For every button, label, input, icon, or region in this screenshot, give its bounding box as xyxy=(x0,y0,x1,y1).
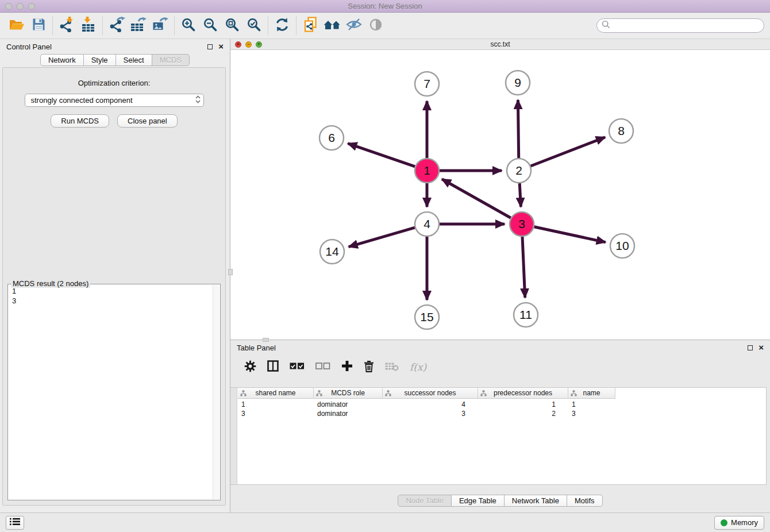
control-tab-style[interactable]: Style xyxy=(84,54,116,66)
close-panel-button[interactable]: Close panel xyxy=(117,114,178,128)
toggle-columns-icon[interactable] xyxy=(267,360,279,374)
refresh-view-button[interactable] xyxy=(271,15,293,37)
table-tab-motifs[interactable]: Motifs xyxy=(567,495,603,507)
export-table-button[interactable] xyxy=(128,15,149,37)
zoom-selected-button[interactable] xyxy=(243,15,265,37)
edge-2-3[interactable] xyxy=(519,183,521,207)
toolbar-separator xyxy=(268,17,268,35)
column-header-successor-nodes[interactable]: successor nodes xyxy=(383,388,478,399)
control-panel-tabs: NetworkStyleSelectMCDS xyxy=(0,54,230,66)
edge-2-8[interactable] xyxy=(531,137,606,166)
window-titlebar: Session: New Session xyxy=(0,0,770,13)
zoom-out-button[interactable] xyxy=(199,15,221,37)
minimize-network-button[interactable]: − xyxy=(245,41,252,48)
control-tab-select[interactable]: Select xyxy=(116,54,152,66)
mcds-result-text[interactable]: 1 3 xyxy=(9,286,211,499)
show-all-button[interactable] xyxy=(365,15,387,37)
import-network-button[interactable] xyxy=(56,15,78,37)
memory-button[interactable]: Memory xyxy=(714,516,764,530)
minimize-window-button[interactable] xyxy=(17,3,24,10)
delete-rows-icon[interactable] xyxy=(364,360,374,375)
node-1[interactable]: 1 xyxy=(415,159,439,183)
save-session-button[interactable] xyxy=(28,15,49,37)
edge-3-11[interactable] xyxy=(522,237,525,298)
first-neighbors-button[interactable] xyxy=(321,15,343,37)
open-session-button[interactable] xyxy=(6,15,28,37)
node-6[interactable]: 6 xyxy=(319,126,344,150)
task-history-button[interactable] xyxy=(6,516,24,530)
table-row[interactable]: 1dominator411 xyxy=(238,400,615,409)
node-11[interactable]: 11 xyxy=(514,303,538,327)
node-8[interactable]: 8 xyxy=(609,119,633,143)
column-header-MCDS-role[interactable]: MCDS role xyxy=(314,388,383,399)
table-tab-node-table[interactable]: Node Table xyxy=(398,495,452,507)
node-3[interactable]: 3 xyxy=(510,212,534,236)
edge-4-14[interactable] xyxy=(349,228,415,247)
node-7[interactable]: 7 xyxy=(415,72,439,96)
column-header-predecessor-nodes[interactable]: predecessor nodes xyxy=(478,388,568,399)
open-folder-icon xyxy=(9,18,25,33)
select-all-icon[interactable] xyxy=(290,362,305,372)
edge-1-6[interactable] xyxy=(348,144,415,167)
table-cell[interactable]: 1 xyxy=(478,400,568,409)
horizontal-splitter-grip[interactable] xyxy=(263,338,269,342)
import-network-icon xyxy=(59,17,75,34)
maximize-network-button[interactable]: + xyxy=(256,41,262,48)
table-cell[interactable]: 3 xyxy=(383,409,478,418)
zoom-fit-icon xyxy=(225,17,240,34)
edge-3-10[interactable] xyxy=(534,227,606,242)
control-tab-network[interactable]: Network xyxy=(40,54,84,66)
node-4[interactable]: 4 xyxy=(415,212,439,236)
node-2[interactable]: 2 xyxy=(507,159,531,183)
column-header-name[interactable]: name xyxy=(568,388,615,399)
float-table-panel-icon[interactable] xyxy=(748,345,753,350)
table-tab-network-table[interactable]: Network Table xyxy=(505,495,567,507)
float-panel-icon[interactable] xyxy=(207,44,213,49)
import-table-button[interactable] xyxy=(78,15,99,37)
control-tab-mcds[interactable]: MCDS xyxy=(152,54,190,66)
close-table-panel-icon[interactable]: × xyxy=(759,344,764,351)
vertical-splitter-grip[interactable] xyxy=(228,269,233,275)
table-tab-edge-table[interactable]: Edge Table xyxy=(452,495,505,507)
column-type-icon xyxy=(240,390,247,396)
zoom-window-button[interactable] xyxy=(28,3,35,10)
zoom-in-button[interactable] xyxy=(178,15,199,37)
export-network-button[interactable] xyxy=(106,15,128,37)
control-panel-title: Control Panel xyxy=(6,43,52,51)
network-canvas[interactable]: 1234678910111415 xyxy=(230,50,770,340)
column-header-shared-name[interactable]: shared name xyxy=(238,388,314,399)
hide-selected-button[interactable] xyxy=(343,15,365,37)
edge-3-1[interactable] xyxy=(442,179,511,218)
table-cell[interactable]: 1 xyxy=(568,400,615,409)
export-image-button[interactable] xyxy=(149,15,171,37)
search-input[interactable] xyxy=(613,21,759,30)
table-cell[interactable]: 1 xyxy=(238,400,314,409)
add-row-icon[interactable] xyxy=(341,360,353,374)
node-9[interactable]: 9 xyxy=(506,71,530,95)
table-cell[interactable]: 4 xyxy=(383,400,478,409)
table-cell[interactable]: 3 xyxy=(568,409,615,418)
close-window-button[interactable] xyxy=(5,3,12,10)
eye-icon xyxy=(368,18,383,33)
table-cell[interactable]: dominator xyxy=(314,409,383,418)
deselect-all-icon[interactable] xyxy=(315,362,330,372)
criterion-select[interactable]: strongly connected component xyxy=(25,94,204,107)
clone-network-button[interactable] xyxy=(299,15,321,37)
edge-2-9[interactable] xyxy=(518,100,518,158)
table-cell[interactable]: dominator xyxy=(314,400,383,409)
close-network-button[interactable]: × xyxy=(235,41,241,48)
node-10[interactable]: 10 xyxy=(610,234,634,258)
table-settings-icon[interactable] xyxy=(244,360,256,375)
node-15[interactable]: 15 xyxy=(415,305,439,329)
close-panel-icon[interactable]: × xyxy=(218,43,224,50)
node-14[interactable]: 14 xyxy=(320,240,344,264)
result-scrollbar[interactable] xyxy=(213,285,220,499)
table-panel-header: Table Panel × xyxy=(230,340,770,355)
table-cell[interactable]: 3 xyxy=(238,409,314,418)
zoom-fit-button[interactable] xyxy=(221,15,243,37)
table-cell[interactable]: 2 xyxy=(478,409,568,418)
search-box[interactable] xyxy=(596,18,764,33)
run-mcds-button[interactable]: Run MCDS xyxy=(51,114,109,128)
table-body: 1dominator4113dominator323 xyxy=(238,400,615,418)
table-row[interactable]: 3dominator323 xyxy=(238,409,615,418)
